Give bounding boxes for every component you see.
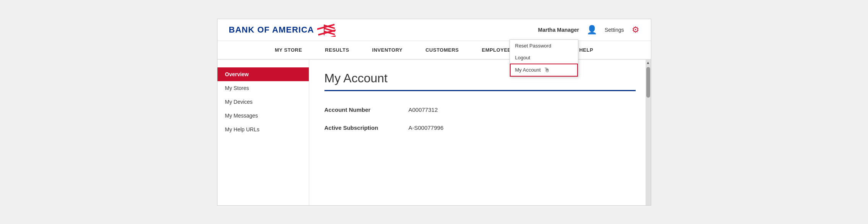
nav-item-my-store[interactable]: MY STORE: [275, 47, 302, 53]
nav-item-help[interactable]: HELP: [579, 47, 593, 53]
dropdown-logout[interactable]: Logout: [510, 52, 578, 64]
logo-text: BANK OF AMERICA: [229, 25, 314, 35]
logo-area: BANK OF AMERICA: [229, 23, 336, 37]
sidebar: Overview My Stores My Devices My Message…: [217, 60, 309, 205]
account-number-label: Account Number: [324, 106, 409, 113]
sidebar-item-my-devices[interactable]: My Devices: [217, 95, 309, 109]
svg-line-5: [324, 28, 335, 31]
settings-icon[interactable]: ⚙: [632, 25, 639, 35]
cursor-icon: 🖱: [544, 67, 550, 74]
dropdown-menu: Reset Password Logout My Account 🖱: [509, 39, 578, 77]
active-subscription-label: Active Subscription: [324, 124, 409, 131]
header: BANK OF AMERICA Martha Manager 👤 Settin: [217, 19, 651, 41]
main-content: My Account Account Number A00077312 Acti…: [309, 60, 651, 205]
title-divider: [324, 90, 636, 91]
svg-rect-2: [320, 35, 336, 37]
active-subscription-row: Active Subscription A-S00077996: [324, 124, 636, 131]
dropdown-reset-password[interactable]: Reset Password: [510, 40, 578, 52]
scrollbar-thumb[interactable]: [646, 67, 650, 98]
dropdown-my-account[interactable]: My Account 🖱: [510, 64, 578, 77]
sidebar-item-overview[interactable]: Overview: [217, 67, 309, 81]
account-number-row: Account Number A00077312: [324, 106, 636, 113]
page-title: My Account: [324, 71, 636, 85]
content-area: Overview My Stores My Devices My Message…: [217, 60, 651, 205]
user-icon[interactable]: 👤: [587, 25, 597, 35]
page-wrapper: BANK OF AMERICA Martha Manager 👤 Settin: [217, 19, 651, 206]
sidebar-item-my-help-urls[interactable]: My Help URLs: [217, 123, 309, 136]
nav-item-inventory[interactable]: INVENTORY: [372, 47, 403, 53]
header-right: Martha Manager 👤 Settings ⚙ Reset Passwo…: [538, 25, 639, 35]
scrollbar-track: ▲: [646, 60, 651, 205]
nav-item-customers[interactable]: CUSTOMERS: [425, 47, 459, 53]
user-name[interactable]: Martha Manager: [538, 27, 579, 33]
settings-label[interactable]: Settings: [605, 27, 624, 33]
logo-icon: [317, 23, 336, 37]
scrollbar-up-arrow[interactable]: ▲: [646, 60, 650, 65]
sidebar-item-my-messages[interactable]: My Messages: [217, 109, 309, 123]
nav-bar: MY STORE RESULTS INVENTORY CUSTOMERS EMP…: [217, 41, 651, 60]
active-subscription-value: A-S00077996: [409, 124, 444, 131]
account-number-value: A00077312: [409, 106, 438, 113]
sidebar-item-my-stores[interactable]: My Stores: [217, 81, 309, 95]
nav-item-results[interactable]: RESULTS: [325, 47, 349, 53]
